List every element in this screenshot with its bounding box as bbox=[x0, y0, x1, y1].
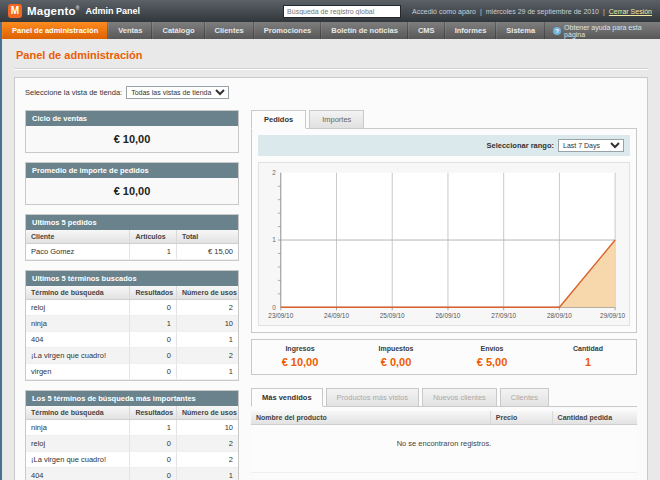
total-label: Cantidad bbox=[540, 345, 636, 352]
header-date: miércoles 29 de septiembre de 2010 bbox=[486, 8, 599, 15]
svg-text:1: 1 bbox=[272, 236, 276, 243]
orders-chart: 01223/09/1024/09/1025/09/1026/09/1027/09… bbox=[261, 165, 627, 323]
table-row[interactable]: ninja110 bbox=[26, 420, 238, 436]
column-header: Término de búsqueda bbox=[26, 286, 130, 300]
total-envios: Envíos€ 5,00 bbox=[444, 345, 540, 370]
chart-tabs: PedidosImportes bbox=[251, 110, 637, 128]
table-row[interactable]: ¡La virgen que cuadro!02 bbox=[26, 452, 238, 468]
header-bar: M Magento® Admin Panel Accedió como apar… bbox=[0, 0, 660, 22]
column-header: Total bbox=[177, 230, 239, 244]
brand-subtitle: Admin Panel bbox=[86, 6, 141, 16]
column-header: Cantidad pedida bbox=[552, 411, 637, 425]
column-header: Artículos bbox=[130, 230, 177, 244]
table-row[interactable]: 40401 bbox=[26, 332, 238, 348]
nav-item-promociones[interactable]: Promociones bbox=[254, 22, 322, 39]
top-search-terms-table: Término de búsquedaResultadosNúmero de u… bbox=[26, 406, 238, 480]
chart-column: PedidosImportes Seleccionar rango: Last … bbox=[251, 110, 637, 473]
box-average-orders: Promedio de importe de pedidos € 10,00 bbox=[25, 162, 239, 205]
help-link[interactable]: ? Obtener ayuda para esta página bbox=[545, 22, 660, 39]
nav-item-clientes[interactable]: Clientes bbox=[205, 22, 254, 39]
average-orders-value: € 10,00 bbox=[26, 178, 238, 204]
total-value: € 5,00 bbox=[477, 356, 508, 368]
box-title: Ultimos 5 términos buscados bbox=[26, 271, 238, 286]
page-body: Panel de administraciónVentasCatálogoCli… bbox=[0, 22, 660, 480]
grid-tab-nuevos-clientes[interactable]: Nuevos clientes bbox=[422, 388, 497, 406]
svg-text:2: 2 bbox=[272, 169, 276, 176]
brand-title: Magento® bbox=[27, 5, 80, 17]
column-header: Número de usos bbox=[177, 286, 239, 300]
dashboard-panel: Seleccione la vista de tienda: Todas las… bbox=[14, 77, 648, 480]
grid-tab-clientes[interactable]: Clientes bbox=[500, 388, 549, 406]
range-label: Seleccionar rango: bbox=[486, 141, 554, 150]
header-meta: Accedió como aparo | miércoles 29 de sep… bbox=[412, 8, 652, 15]
total-value: € 10,00 bbox=[282, 356, 319, 368]
svg-text:24/09/10: 24/09/10 bbox=[324, 312, 349, 319]
column-header: Número de usos bbox=[177, 406, 239, 420]
table-row[interactable]: 40401 bbox=[26, 468, 238, 480]
meta-separator: | bbox=[480, 8, 482, 15]
store-view-select[interactable]: Todas las vistas de tienda bbox=[126, 86, 229, 99]
svg-text:0: 0 bbox=[272, 304, 276, 311]
grid-tab-mas-vendidos[interactable]: Más vendidos bbox=[251, 388, 323, 407]
empty-message: No se encontraron registros. bbox=[251, 425, 637, 473]
grid-tabs: Más vendidosProductos más vistosNuevos c… bbox=[251, 388, 637, 407]
nav-item-sistema[interactable]: Sistema bbox=[496, 22, 545, 39]
column-header: Resultados bbox=[130, 406, 177, 420]
last-search-terms-table: Término de búsquedaResultadosNúmero de u… bbox=[26, 286, 238, 380]
column-header: Cliente bbox=[26, 230, 130, 244]
table-row[interactable]: virgen01 bbox=[26, 364, 238, 380]
total-value: 1 bbox=[585, 356, 591, 368]
column-header: Precio bbox=[490, 411, 552, 425]
logged-in-text: Accedió como aparo bbox=[412, 8, 476, 15]
svg-text:27/09/10: 27/09/10 bbox=[491, 312, 516, 319]
box-top-search-terms: Los 5 términos de búsqueda más important… bbox=[25, 390, 239, 480]
range-select[interactable]: Last 7 Days bbox=[558, 139, 624, 152]
magento-logo-icon: M bbox=[8, 4, 22, 18]
total-cantidad: Cantidad1 bbox=[540, 345, 636, 370]
table-row[interactable]: reloj02 bbox=[26, 300, 238, 316]
global-search-input[interactable] bbox=[283, 5, 401, 18]
chart-area: 01223/09/1024/09/1025/09/1026/09/1027/09… bbox=[258, 162, 630, 326]
nav-item-cms[interactable]: CMS bbox=[408, 22, 445, 39]
main-nav: Panel de administraciónVentasCatálogoCli… bbox=[2, 22, 660, 39]
svg-text:29/09/10: 29/09/10 bbox=[600, 312, 625, 319]
page-title: Panel de administración bbox=[14, 49, 648, 69]
nav-item-catalogo[interactable]: Catálogo bbox=[152, 22, 204, 39]
svg-text:23/09/10: 23/09/10 bbox=[268, 312, 293, 319]
help-label: Obtener ayuda para esta página bbox=[564, 24, 652, 38]
total-impuestos: Impuestos€ 0,00 bbox=[348, 345, 444, 370]
nav-item-ventas[interactable]: Ventas bbox=[108, 22, 152, 39]
products-grid: Nombre del productoPrecioCantidad pedida… bbox=[251, 411, 637, 473]
total-ingresos: Ingresos€ 10,00 bbox=[252, 345, 348, 370]
stats-column: Ciclo de ventas € 10,00 Promedio de impo… bbox=[25, 110, 239, 480]
table-row[interactable]: Paco Gomez1€ 15,00 bbox=[26, 244, 238, 260]
box-title: Ultimos 5 pedidos bbox=[26, 215, 238, 230]
nav-item-informes[interactable]: Informes bbox=[445, 22, 497, 39]
box-title: Los 5 términos de búsqueda más important… bbox=[26, 391, 238, 406]
table-row[interactable]: ¡La virgen que cuadro!02 bbox=[26, 348, 238, 364]
total-label: Envíos bbox=[444, 345, 540, 352]
lifetime-sales-value: € 10,00 bbox=[26, 126, 238, 152]
column-header: Resultados bbox=[130, 286, 177, 300]
table-row[interactable]: reloj02 bbox=[26, 436, 238, 452]
svg-text:25/09/10: 25/09/10 bbox=[380, 312, 405, 319]
main-nav-items: Panel de administraciónVentasCatálogoCli… bbox=[2, 22, 545, 39]
table-row[interactable]: ninja110 bbox=[26, 316, 238, 332]
nav-item-panel-de-administracion[interactable]: Panel de administración bbox=[2, 22, 108, 39]
grid-tab-productos-mas-vistos[interactable]: Productos más vistos bbox=[326, 388, 419, 406]
box-last-orders: Ultimos 5 pedidos ClienteArtículosTotalP… bbox=[25, 214, 239, 261]
box-last-search-terms: Ultimos 5 términos buscados Término de b… bbox=[25, 270, 239, 381]
tab-pedidos[interactable]: Pedidos bbox=[251, 110, 306, 129]
box-lifetime-sales: Ciclo de ventas € 10,00 bbox=[25, 110, 239, 153]
range-bar: Seleccionar rango: Last 7 Days bbox=[258, 135, 630, 156]
meta-separator: | bbox=[603, 8, 605, 15]
logout-link[interactable]: Cerrar Sesión bbox=[609, 8, 652, 15]
tab-importes[interactable]: Importes bbox=[309, 110, 364, 129]
chart-box: Seleccionar rango: Last 7 Days 01223/09/… bbox=[251, 128, 637, 333]
box-title: Promedio de importe de pedidos bbox=[26, 163, 238, 178]
column-header: Término de búsqueda bbox=[26, 406, 130, 420]
total-value: € 0,00 bbox=[381, 356, 412, 368]
brand-trademark: ® bbox=[76, 5, 80, 11]
total-label: Ingresos bbox=[252, 345, 348, 352]
nav-item-boletin-de-noticias[interactable]: Boletín de noticias bbox=[321, 22, 408, 39]
